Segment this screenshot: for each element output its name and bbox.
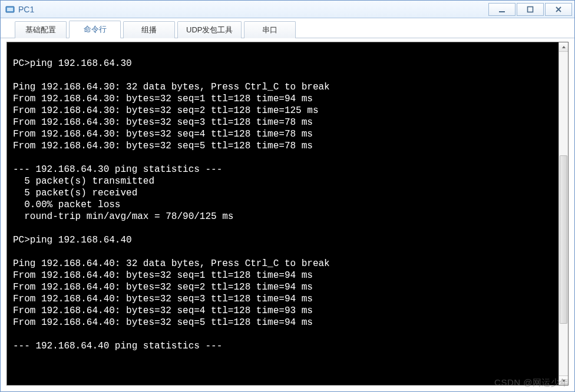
scroll-up-button[interactable] bbox=[559, 42, 568, 52]
chevron-down-icon bbox=[561, 378, 566, 383]
tab-label: 基础配置 bbox=[25, 25, 56, 34]
tab-label: 串口 bbox=[262, 25, 277, 34]
app-icon bbox=[5, 5, 15, 14]
scroll-down-button[interactable] bbox=[559, 376, 568, 385]
svg-rect-2 bbox=[499, 11, 505, 12]
tab-label: UDP发包工具 bbox=[186, 25, 233, 34]
titlebar[interactable]: PC1 bbox=[1, 1, 574, 18]
terminal[interactable]: PC>ping 192.168.64.30 Ping 192.168.64.30… bbox=[6, 42, 569, 386]
tab-0[interactable]: 基础配置 bbox=[15, 21, 67, 38]
minimize-button[interactable] bbox=[488, 3, 515, 16]
tab-4[interactable]: 串口 bbox=[244, 21, 296, 38]
terminal-scrollbar[interactable] bbox=[559, 42, 568, 385]
tab-2[interactable]: 组播 bbox=[123, 21, 175, 38]
window-title: PC1 bbox=[18, 5, 487, 14]
tab-3[interactable]: UDP发包工具 bbox=[177, 21, 242, 38]
maximize-icon bbox=[527, 6, 534, 13]
scroll-thumb[interactable] bbox=[560, 155, 567, 324]
tab-1[interactable]: 命令行 bbox=[69, 21, 121, 38]
svg-rect-3 bbox=[528, 6, 533, 12]
tab-label: 命令行 bbox=[84, 25, 107, 34]
close-icon bbox=[555, 6, 562, 13]
chevron-up-icon bbox=[561, 45, 566, 49]
tab-label: 组播 bbox=[141, 25, 157, 34]
close-button[interactable] bbox=[545, 3, 572, 16]
maximize-button[interactable] bbox=[517, 3, 544, 16]
svg-rect-1 bbox=[7, 8, 13, 11]
tab-bar: 基础配置命令行组播UDP发包工具串口 bbox=[1, 18, 574, 38]
terminal-output: PC>ping 192.168.64.30 Ping 192.168.64.30… bbox=[7, 42, 559, 385]
scroll-track[interactable] bbox=[559, 52, 568, 376]
app-window: PC1 基础配置命令行组播UDP发包工具串口 PC>ping 192.168.6… bbox=[0, 0, 575, 392]
terminal-panel: PC>ping 192.168.64.30 Ping 192.168.64.30… bbox=[1, 38, 574, 391]
minimize-icon bbox=[498, 6, 505, 13]
